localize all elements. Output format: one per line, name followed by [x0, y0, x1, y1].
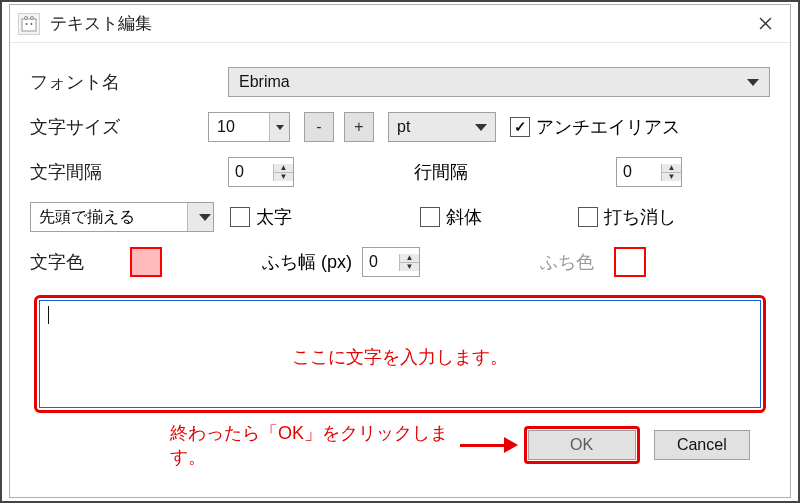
dialog-content: フォント名 Ebrima 文字サイズ 10 - + pt: [10, 43, 790, 481]
strike-checkbox[interactable]: 打ち消し: [578, 205, 676, 229]
size-select[interactable]: 10: [208, 112, 290, 142]
checkbox-icon: [230, 207, 250, 227]
bold-label: 太字: [256, 205, 292, 229]
svg-point-2: [30, 16, 33, 19]
text-input[interactable]: ここに文字を入力します。: [39, 300, 761, 408]
size-increase-button[interactable]: +: [344, 112, 374, 142]
italic-label: 斜体: [446, 205, 482, 229]
svg-point-1: [24, 16, 27, 19]
italic-checkbox[interactable]: 斜体: [420, 205, 482, 229]
outline-color-swatch[interactable]: [614, 247, 646, 277]
spinner-down-icon[interactable]: ▼: [400, 263, 419, 271]
font-dropdown-value: Ebrima: [239, 73, 290, 91]
line-spacing-label: 行間隔: [414, 160, 504, 184]
checkbox-icon: [420, 207, 440, 227]
char-spacing-label: 文字間隔: [30, 160, 140, 184]
char-spacing-spinner[interactable]: 0 ▲▼: [228, 157, 294, 187]
size-decrease-button[interactable]: -: [304, 112, 334, 142]
strike-label: 打ち消し: [604, 205, 676, 229]
bold-checkbox[interactable]: 太字: [230, 205, 292, 229]
ok-hint-annotation: 終わったら「OK」をクリックします。: [170, 421, 450, 469]
text-cursor: [48, 306, 49, 324]
outline-width-label: ふち幅 (px): [262, 250, 352, 274]
app-icon: [18, 13, 40, 35]
caret-down-icon: [475, 124, 487, 131]
checkbox-icon: [578, 207, 598, 227]
outline-color-label: ふち色: [540, 250, 594, 274]
alignment-value: 先頭で揃える: [39, 207, 135, 228]
svg-rect-0: [22, 19, 36, 31]
antialias-checkbox[interactable]: アンチエイリアス: [510, 115, 680, 139]
line-spacing-spinner[interactable]: 0 ▲▼: [616, 157, 682, 187]
unit-dropdown[interactable]: pt: [388, 112, 496, 142]
window-title: テキスト編集: [50, 12, 740, 35]
outline-width-value: 0: [363, 253, 399, 271]
caret-down-icon: [276, 125, 284, 130]
cancel-button[interactable]: Cancel: [654, 430, 750, 460]
font-name-label: フォント名: [30, 70, 140, 94]
line-spacing-value: 0: [617, 163, 661, 181]
char-spacing-value: 0: [229, 163, 273, 181]
caret-down-icon: [199, 214, 211, 221]
titlebar: テキスト編集: [10, 5, 790, 43]
dialog-window: テキスト編集 フォント名 Ebrima 文字サイズ 10: [9, 4, 791, 498]
svg-point-3: [26, 23, 28, 25]
textarea-hint-annotation: ここに文字を入力します。: [40, 345, 760, 369]
ok-button[interactable]: OK: [528, 430, 636, 460]
close-button[interactable]: [740, 5, 790, 43]
char-size-label: 文字サイズ: [30, 115, 140, 139]
svg-point-4: [31, 23, 33, 25]
font-dropdown[interactable]: Ebrima: [228, 67, 770, 97]
caret-down-icon: [747, 79, 759, 86]
unit-value: pt: [397, 118, 410, 136]
textarea-highlight: ここに文字を入力します。: [34, 295, 766, 413]
arrow-icon: [460, 437, 518, 453]
alignment-dropdown[interactable]: 先頭で揃える: [30, 202, 214, 232]
text-color-swatch[interactable]: [130, 247, 162, 277]
checkbox-icon: [510, 117, 530, 137]
text-color-label: 文字色: [30, 250, 130, 274]
outline-width-spinner[interactable]: 0 ▲▼: [362, 247, 420, 277]
antialias-label: アンチエイリアス: [536, 115, 680, 139]
spinner-down-icon[interactable]: ▼: [274, 173, 293, 181]
size-value: 10: [217, 118, 235, 136]
ok-highlight: OK: [524, 426, 640, 464]
spinner-down-icon[interactable]: ▼: [662, 173, 681, 181]
